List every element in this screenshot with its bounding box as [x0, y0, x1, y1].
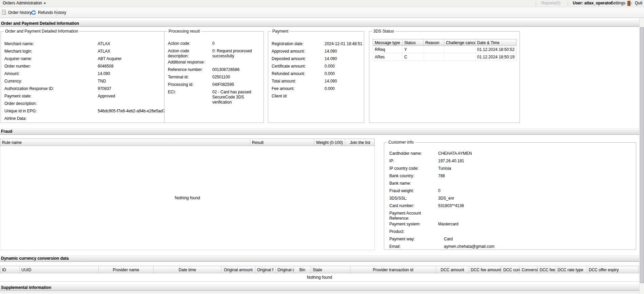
column-header[interactable]: DCC curr: [502, 266, 520, 273]
field-value: 02 - Card has passed SecureCode 3DS veri…: [212, 90, 262, 106]
threeds-table-header: Message typeStatusReasonChallenge cancel…: [373, 39, 516, 46]
column-header[interactable]: Date time: [154, 266, 221, 273]
column-header[interactable]: DCC rate type: [556, 266, 587, 273]
menu-orders[interactable]: Orders: [1, 0, 17, 7]
exit-door-icon[interactable]: [627, 1, 632, 6]
column-header[interactable]: DCC fee amount: [469, 266, 502, 273]
field-row: Approved amount:14.090: [272, 49, 363, 56]
column-header[interactable]: Reason: [424, 39, 444, 45]
field-value: [438, 229, 635, 237]
column-header[interactable]: ID: [0, 266, 20, 273]
field-value: 531803**4136: [438, 203, 635, 211]
field-value: 788: [438, 173, 635, 181]
fraud-table-header: Rule nameResultWeight (0-100)Join the li…: [0, 139, 375, 146]
order-info-fields: Merchant name:ATLAXMerchant login:ATLAXA…: [1, 32, 192, 124]
field-label: IP country code:: [389, 166, 438, 173]
table-cell: 01.12.2024 18:50:19: [475, 53, 517, 60]
user-label: User: atlax_operator: [573, 0, 612, 7]
column-header[interactable]: Result: [250, 139, 314, 146]
field-value: 0: [438, 188, 635, 196]
table-row[interactable]: AResC01.12.2024 18:50:19: [373, 53, 516, 61]
field-value: Mastercard: [438, 222, 635, 229]
field-row: Merchant login:ATLAX: [4, 49, 190, 56]
menu-reports[interactable]: Reports(0): [540, 0, 562, 7]
field-value: 2024-12-01 18:48:51: [325, 41, 363, 49]
field-label: Additional response:: [168, 60, 212, 67]
column-header[interactable]: Date & Time: [475, 39, 516, 45]
field-label: Acquirer name:: [4, 56, 98, 64]
supplemental-table-header-partial: [0, 292, 639, 294]
field-label: Action code:: [168, 41, 212, 49]
chevron-down-icon: [44, 3, 46, 4]
field-value: Card: [438, 237, 635, 244]
field-row: Terminal id:02501100: [168, 75, 262, 82]
column-header[interactable]: UUID: [20, 266, 99, 273]
column-header[interactable]: Status: [403, 39, 424, 45]
field-row: IP country code:Tunisia: [389, 166, 635, 173]
top-menu-bar: Orders Administration Reports(0) User: a…: [0, 0, 644, 7]
field-label: Terminal id:: [168, 75, 212, 82]
fraud-table-body: Nothing found: [0, 146, 375, 250]
column-header[interactable]: State: [311, 266, 350, 273]
column-header[interactable]: Original f: [255, 266, 276, 273]
column-header[interactable]: Challenge cancel: [444, 39, 475, 45]
field-label: Payment Account Reference:: [389, 211, 438, 222]
field-label: Fee amount:: [272, 86, 325, 94]
order-info-fieldset: Order and Payment Detailed Information M…: [1, 31, 192, 123]
field-value: 0: [212, 41, 262, 49]
payment-fields: Registration date:2024-12-01 18:48:51App…: [268, 32, 364, 101]
page-title: Order and Payment Detailed Information: [0, 20, 640, 27]
menu-settings[interactable]: Settings: [609, 0, 627, 7]
field-label: Bank name:: [389, 181, 438, 188]
column-header[interactable]: Weight (0-100): [314, 139, 345, 146]
field-row: Bank country:788: [389, 173, 635, 181]
column-header[interactable]: Rule name: [0, 139, 250, 146]
refresh-icon: [31, 10, 36, 15]
vertical-scrollbar[interactable]: [639, 18, 644, 294]
field-value: 04IF082595: [212, 82, 262, 90]
field-label: Payment way:: [389, 237, 438, 244]
field-row: Client id:: [272, 94, 363, 101]
field-row: Email:aymen.chehata@gmail.com: [389, 244, 635, 252]
field-label: Amount:: [4, 71, 98, 79]
field-value: 197.26.40.181: [438, 159, 635, 166]
field-row: IP:197.26.40.181: [389, 159, 635, 166]
column-header[interactable]: DCC amount: [436, 266, 469, 273]
column-header[interactable]: Conversi: [520, 266, 538, 273]
menu-administration[interactable]: Administration: [15, 0, 47, 7]
menu-quit[interactable]: Quit: [633, 0, 644, 7]
customer-info-fieldset: Customer info Cardholder name:CHEHATA AY…: [384, 142, 636, 250]
table-row[interactable]: RReqY01.12.2024 18:50:52: [373, 46, 516, 53]
field-value: 02501100: [212, 75, 262, 82]
field-label: Authorization Response ID:: [4, 86, 98, 94]
table-cell: [444, 53, 475, 60]
field-row: Unique id in EPG:546dc905-f7e6-4eb2-a94b…: [4, 109, 190, 116]
table-cell: ARes: [373, 53, 403, 60]
table-cell: C: [403, 53, 424, 60]
field-row: ECI:02 - Card has passed SecureCode 3DS …: [168, 90, 262, 106]
column-header[interactable]: DCC offer expiry: [587, 266, 639, 273]
column-header[interactable]: Original amount: [221, 266, 255, 273]
column-header[interactable]: Message type: [373, 39, 403, 45]
tab-refunds-history[interactable]: Refunds history: [29, 8, 68, 16]
column-header[interactable]: DCC fee: [538, 266, 556, 273]
column-header[interactable]: Join the list: [345, 139, 375, 146]
field-row: Payment Account Reference:: [389, 211, 635, 222]
field-value: 14.090: [325, 56, 363, 64]
column-header[interactable]: Original c: [276, 266, 294, 273]
tab-order-history[interactable]: Order history: [0, 8, 33, 16]
field-row: Airline Data:: [4, 116, 190, 124]
column-header[interactable]: Provider name: [99, 266, 154, 273]
field-row: Payment state:Approved: [4, 94, 190, 101]
column-header[interactable]: Provider transaction id: [350, 266, 436, 273]
customer-info-fields: Cardholder name:CHEHATA AYMENIP:197.26.4…: [384, 143, 636, 252]
column-header[interactable]: Bin: [294, 266, 311, 273]
field-row: Payment system:Mastercard: [389, 222, 635, 229]
field-row: Total amount:14.090: [272, 79, 363, 86]
scrollbar-thumb[interactable]: [640, 27, 644, 283]
table-cell: Y: [403, 46, 424, 53]
field-row: Authorization Response ID:970837: [4, 86, 190, 94]
threeds-status-legend: 3DS Status: [372, 29, 395, 34]
payment-fieldset: Payment Registration date:2024-12-01 18:…: [268, 31, 364, 123]
field-row: Bank name:: [389, 181, 635, 188]
